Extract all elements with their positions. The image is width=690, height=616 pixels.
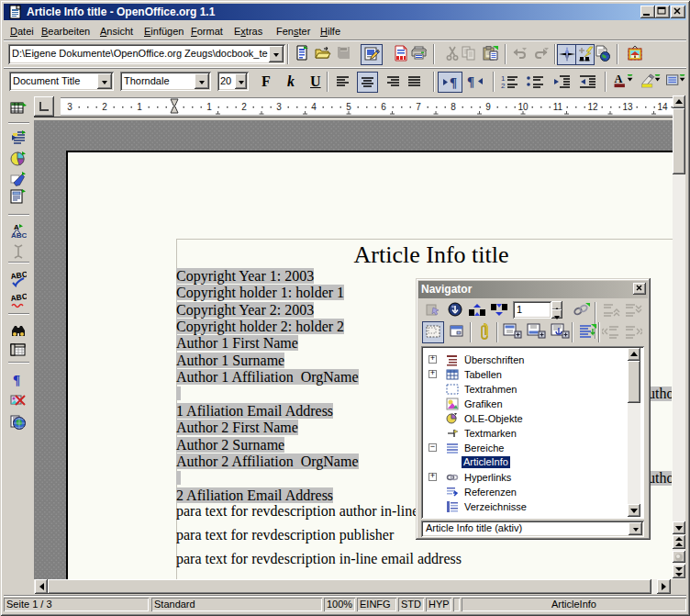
svg-text:2: 2: [241, 102, 247, 112]
svg-text:6: 6: [381, 102, 386, 112]
svg-text:A: A: [615, 73, 623, 85]
svg-text:8: 8: [451, 102, 456, 112]
svg-text:10: 10: [518, 102, 529, 112]
svg-text:1: 1: [137, 102, 142, 112]
svg-text:3: 3: [67, 102, 72, 112]
svg-text:ABC: ABC: [11, 231, 27, 239]
svg-text:2: 2: [501, 82, 506, 90]
svg-text:3: 3: [276, 102, 282, 112]
svg-text:11: 11: [553, 102, 563, 112]
svg-text:ABC: ABC: [10, 293, 27, 303]
svg-text:¶: ¶: [13, 373, 20, 387]
svg-text:2: 2: [102, 102, 107, 112]
svg-text:7: 7: [416, 102, 421, 112]
svg-text:9: 9: [485, 102, 491, 112]
svg-text:¶: ¶: [450, 75, 457, 90]
svg-text:ABC: ABC: [10, 271, 27, 281]
svg-text:12: 12: [587, 102, 598, 112]
svg-text:5: 5: [346, 102, 351, 112]
svg-text:14: 14: [657, 102, 668, 112]
svg-text:4: 4: [311, 102, 317, 112]
svg-text:¶: ¶: [467, 74, 474, 89]
svg-text:1: 1: [206, 102, 212, 112]
svg-text:13: 13: [622, 102, 633, 112]
